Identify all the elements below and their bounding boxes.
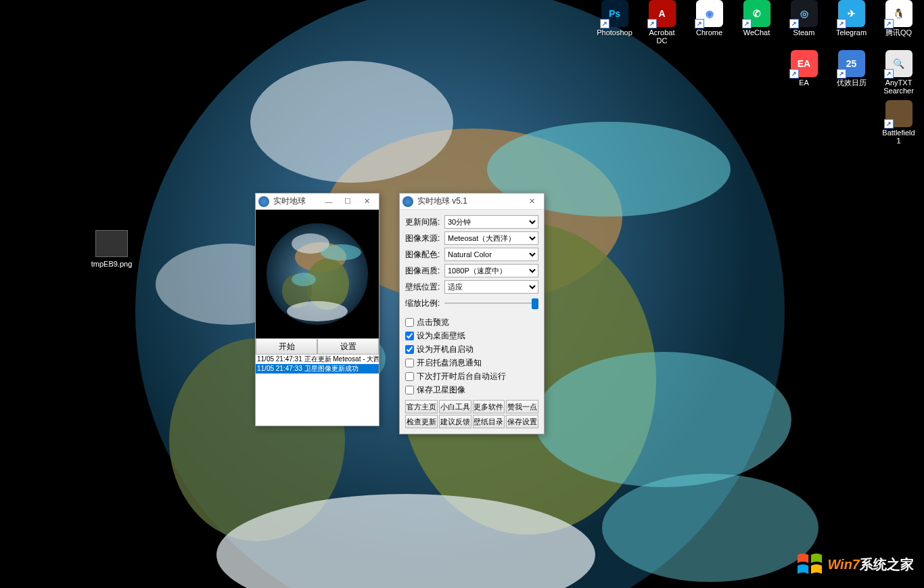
settings-button[interactable]: 设置	[317, 338, 379, 355]
desktop-icon-ea[interactable]: EA↗EA	[785, 50, 823, 95]
color-scheme-select[interactable]: Natural Color	[444, 248, 538, 261]
icon-label: Battlefield 1	[880, 129, 917, 145]
icon-label: Telegram	[836, 28, 867, 37]
update-interval-label: 更新间隔:	[405, 217, 444, 228]
action-button-小白工具[interactable]: 小白工具	[439, 400, 471, 413]
titlebar[interactable]: 实时地球 — ☐ ✕	[256, 194, 379, 210]
app-icon: 🔍↗	[885, 50, 913, 77]
action-button-检查更新[interactable]: 检查更新	[405, 415, 438, 428]
icon-label: EA	[799, 78, 809, 87]
image-quality-label: 图像画质:	[405, 265, 444, 277]
checkbox-label: 下次打开时后台自动运行	[417, 371, 506, 382]
close-button[interactable]: ✕	[522, 195, 541, 208]
desktop-icon-chrome[interactable]: ◉↗Chrome	[691, 0, 728, 45]
svg-point-18	[287, 301, 348, 321]
wallpaper-pos-label: 壁纸位置:	[405, 281, 444, 293]
icon-label: Chrome	[696, 28, 722, 37]
maximize-button[interactable]: ☐	[338, 195, 357, 208]
shortcut-arrow-icon: ↗	[837, 19, 846, 28]
action-button-保存设置[interactable]: 保存设置	[506, 415, 538, 428]
checkbox-row[interactable]: 设为开机自启动	[405, 344, 538, 355]
shortcut-arrow-icon: ↗	[695, 19, 704, 28]
action-button-官方主页[interactable]: 官方主页	[405, 400, 438, 413]
realtime-earth-window: 实时地球 — ☐ ✕ 开始 设置 11/05 21:47:31 正在更新 Met…	[255, 193, 379, 426]
update-interval-select[interactable]: 30分钟	[444, 215, 538, 229]
desktop-file-tmpeb9[interactable]: tmpEB9.png	[88, 230, 135, 268]
zoom-ratio-label: 缩放比例:	[405, 298, 444, 309]
desktop-icon-telegram[interactable]: ✈↗Telegram	[833, 0, 870, 45]
desktop-icon-battlefield-1[interactable]: ↗Battlefield 1	[880, 100, 917, 145]
app-icon: ✈↗	[838, 0, 865, 27]
action-button-壁纸目录[interactable]: 壁纸目录	[473, 415, 505, 428]
app-icon: EA↗	[791, 50, 818, 77]
app-icon: ✆↗	[743, 0, 770, 27]
app-icon	[402, 196, 413, 207]
svg-point-8	[534, 352, 791, 487]
shortcut-arrow-icon: ↗	[600, 19, 609, 28]
checkbox[interactable]	[405, 345, 414, 354]
checkbox[interactable]	[405, 386, 414, 394]
app-icon: 🐧↗	[885, 0, 913, 27]
action-button-赞我一点[interactable]: 赞我一点	[506, 400, 538, 413]
action-button-更多软件[interactable]: 更多软件	[473, 400, 505, 413]
checkbox-row[interactable]: 开启托盘消息通知	[405, 357, 538, 369]
app-icon: 25↗	[838, 50, 865, 77]
action-button-建议反馈[interactable]: 建议反馈	[439, 415, 471, 428]
windows-logo-icon	[796, 551, 823, 578]
checkbox[interactable]	[405, 318, 414, 327]
icon-label: AnyTXT Searcher	[880, 78, 917, 95]
checkbox-label: 点击预览	[417, 317, 449, 328]
icon-label: 优效日历	[837, 78, 867, 87]
file-thumbnail	[95, 230, 128, 257]
window-title: 实时地球 v5.1	[417, 196, 522, 207]
checkbox-label: 保存卫星图像	[417, 384, 465, 396]
earth-preview	[256, 210, 379, 338]
desktop-icon-anytxt-searcher[interactable]: 🔍↗AnyTXT Searcher	[880, 50, 917, 95]
checkbox-label: 设为开机自启动	[417, 344, 473, 355]
checkbox-row[interactable]: 下次打开时后台自动运行	[405, 371, 538, 382]
image-source-label: 图像来源:	[405, 233, 444, 244]
log-area: 11/05 21:47:31 正在更新 Meteosat - 大西洋11/05 …	[256, 355, 379, 426]
app-icon: ◎↗	[791, 0, 818, 27]
minimize-button[interactable]: —	[319, 195, 338, 208]
desktop-icon-acrobat-dc[interactable]: A↗Acrobat DC	[643, 0, 680, 45]
checkbox-row[interactable]: 保存卫星图像	[405, 384, 538, 396]
desktop-icon-steam[interactable]: ◎↗Steam	[785, 0, 823, 45]
icon-label: WeChat	[743, 28, 770, 37]
titlebar[interactable]: 实时地球 v5.1 ✕	[400, 194, 544, 210]
close-button[interactable]: ✕	[357, 195, 376, 208]
start-button[interactable]: 开始	[256, 338, 317, 355]
icon-label: Acrobat DC	[643, 28, 680, 45]
log-row[interactable]: 11/05 21:47:33 卫星图像更新成功	[256, 364, 379, 374]
desktop-icon-腾讯qq[interactable]: 🐧↗腾讯QQ	[880, 0, 917, 45]
shortcut-arrow-icon: ↗	[884, 119, 894, 129]
checkbox-label: 开启托盘消息通知	[417, 357, 482, 369]
icon-label: Photoshop	[597, 28, 632, 37]
checkbox-row[interactable]: 点击预览	[405, 317, 538, 328]
settings-window: 实时地球 v5.1 ✕ 更新间隔: 30分钟 图像来源: Meteosat（大西…	[399, 193, 545, 434]
checkbox-label: 设为桌面壁纸	[417, 330, 465, 342]
svg-point-5	[250, 61, 453, 183]
image-quality-select[interactable]: 1080P（速度中）	[444, 264, 538, 277]
checkbox[interactable]	[405, 372, 414, 381]
wallpaper-pos-select[interactable]: 适应	[444, 280, 538, 294]
desktop-icon-优效日历[interactable]: 25↗优效日历	[833, 50, 870, 95]
shortcut-arrow-icon: ↗	[789, 69, 799, 78]
shortcut-arrow-icon: ↗	[742, 19, 752, 28]
icon-label: Steam	[793, 28, 815, 37]
zoom-ratio-slider[interactable]	[444, 296, 538, 310]
app-icon	[258, 196, 269, 207]
checkbox[interactable]	[405, 359, 414, 367]
watermark: Win7系统之家	[796, 551, 914, 578]
desktop-icon-wechat[interactable]: ✆↗WeChat	[738, 0, 775, 45]
desktop-icon-photoshop[interactable]: Ps↗Photoshop	[596, 0, 633, 45]
image-source-select[interactable]: Meteosat（大西洋）	[444, 231, 538, 245]
app-icon: Ps↗	[601, 0, 628, 27]
desktop-icons-area: Ps↗PhotoshopA↗Acrobat DC◉↗Chrome✆↗WeChat…	[596, 0, 917, 145]
shortcut-arrow-icon: ↗	[789, 19, 799, 28]
log-row[interactable]: 11/05 21:47:31 正在更新 Meteosat - 大西洋	[256, 355, 379, 364]
checkbox[interactable]	[405, 332, 414, 340]
shortcut-arrow-icon: ↗	[837, 69, 846, 78]
app-icon: ◉↗	[696, 0, 723, 27]
checkbox-row[interactable]: 设为桌面壁纸	[405, 330, 538, 342]
